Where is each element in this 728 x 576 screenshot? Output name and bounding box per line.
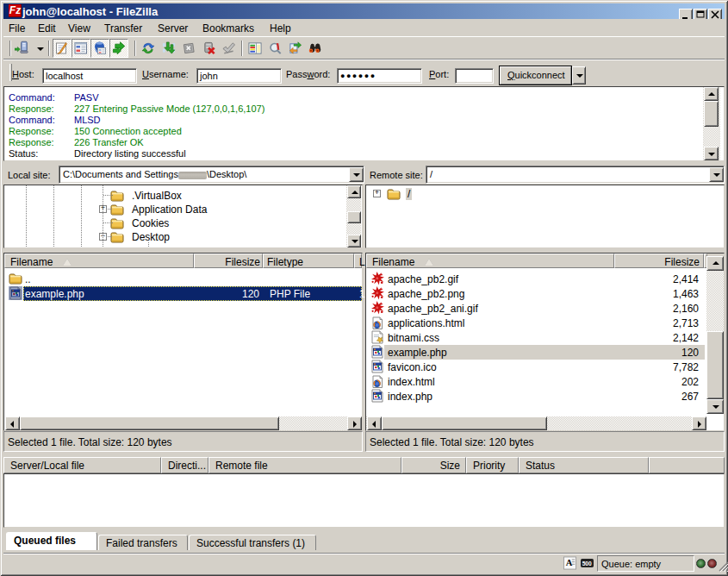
svg-text:500: 500 xyxy=(582,560,592,567)
svg-text:A: A xyxy=(566,558,573,567)
